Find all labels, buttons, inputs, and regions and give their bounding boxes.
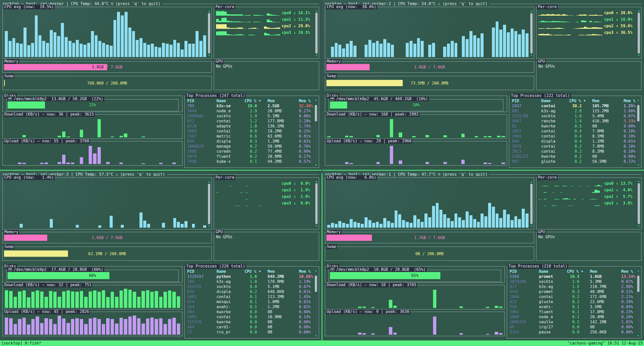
process-row[interactable]: 5441promet0.340.9MB0.52% <box>510 289 635 294</box>
process-row[interactable]: 849displa0.31.2MB0.02% <box>187 139 313 144</box>
process-row[interactable]: 795k3s-se19.02.5GB32.48% <box>187 103 313 109</box>
process-row[interactable]: 5380promet10.31.0GB13.14% <box>510 274 635 279</box>
process-row[interactable]: 393kworke0.00B0.00% <box>187 309 313 314</box>
per-core-scrollbar[interactable]: ▲ ▼ <box>637 9 641 57</box>
scroll-down-icon[interactable]: ▼ <box>637 334 639 337</box>
pane-divider-vertical[interactable] <box>322 0 323 173</box>
process-row[interactable]: 844displa0.41.1MB0.01% <box>512 139 635 144</box>
process-row[interactable]: 17rcu_pr0.00B0.00% <box>187 330 313 335</box>
process-row[interactable]: 5067ranche1.4416.3MB5.33% <box>512 119 635 124</box>
scroll-up-icon[interactable]: ▲ <box>531 10 532 13</box>
scroll-track[interactable] <box>315 183 318 224</box>
per-core-scrollbar[interactable]: ▲ ▼ <box>637 180 641 228</box>
scroll-down-icon[interactable]: ▼ <box>531 54 532 57</box>
process-row[interactable]: 1998005sockto1.95.1MB0.06% <box>187 114 313 119</box>
scroll-down-icon[interactable]: ▼ <box>315 334 317 337</box>
cpu-scrollbar[interactable]: ▲ ▼ <box>530 10 533 57</box>
process-row[interactable]: 2991contai0.010.9MB0.14% <box>187 314 313 320</box>
process-row[interactable]: 1884629manage0.259.6MB0.76% <box>187 144 313 149</box>
process-row[interactable]: 2923contai0.28.2MB0.10% <box>512 149 635 154</box>
process-scrollbar[interactable]: ▲ ▼ <box>636 98 640 167</box>
cpu-scrollbar[interactable]: ▲ ▼ <box>530 180 533 228</box>
scroll-thumb[interactable] <box>315 105 317 121</box>
process-row[interactable]: 3963fluent0.117.8MB0.23% <box>510 309 635 314</box>
scroll-thumb[interactable] <box>530 184 533 224</box>
scroll-up-icon[interactable]: ▲ <box>316 180 317 183</box>
scroll-track[interactable] <box>315 102 317 163</box>
scroll-up-icon[interactable]: ▲ <box>315 269 317 272</box>
process-row[interactable]: 3385223kworke0.20B0.00% <box>512 154 635 159</box>
scroll-up-icon[interactable]: ▲ <box>637 269 639 272</box>
scroll-thumb[interactable] <box>315 183 318 224</box>
process-row[interactable]: 544avahi-0.11.2MB0.02% <box>187 304 313 309</box>
scroll-down-icon[interactable]: ▼ <box>316 225 317 228</box>
process-scrollbar[interactable]: ▲ ▼ <box>314 98 318 167</box>
scroll-track[interactable] <box>637 273 639 334</box>
scroll-down-icon[interactable]: ▼ <box>208 54 210 57</box>
scroll-up-icon[interactable]: ▲ <box>315 98 317 101</box>
scroll-thumb[interactable] <box>315 13 318 54</box>
process-row[interactable]: 516avahi-0.13.5MB0.04% <box>510 304 635 309</box>
process-row[interactable]: 674mosqui0.11.0MB0.01% <box>187 299 313 304</box>
scroll-down-icon[interactable]: ▼ <box>316 54 317 57</box>
scroll-thumb[interactable] <box>208 184 210 224</box>
process-row[interactable]: 2806coredn0.277.4MB0.99% <box>187 149 313 154</box>
scroll-up-icon[interactable]: ▲ <box>638 180 639 183</box>
scroll-thumb[interactable] <box>208 13 210 54</box>
scroll-up-icon[interactable]: ▲ <box>531 180 532 183</box>
process-row[interactable]: 5905contai0.819.2MB0.25% <box>187 129 313 134</box>
process-row[interactable]: 972contai1.2177.8MB2.28% <box>187 119 313 124</box>
scroll-up-icon[interactable]: ▲ <box>637 98 639 101</box>
process-row[interactable]: 796k3s-ag1.0170.9MB2.19% <box>187 279 313 284</box>
process-row[interactable]: 3415788sockto1.65.4MB0.07% <box>512 114 635 119</box>
process-row[interactable]: 2879contai0.27.8MB0.10% <box>512 144 635 149</box>
scroll-track[interactable] <box>530 13 533 54</box>
process-row[interactable]: 69irq/270.00B0.00% <box>510 325 635 330</box>
process-row[interactable]: 3880node_e0.120.4MB0.26% <box>510 314 635 320</box>
scroll-track[interactable] <box>638 183 640 224</box>
process-row[interactable]: 5879fluent0.220.8MB0.27% <box>187 154 313 159</box>
scroll-up-icon[interactable]: ▲ <box>208 10 210 13</box>
process-row[interactable]: 3029280sockto1.65.3MB0.07% <box>510 279 635 284</box>
process-row[interactable]: 1520267python1.6848.2MB10.86% <box>187 274 313 279</box>
scroll-up-icon[interactable]: ▲ <box>208 180 210 183</box>
cpu-scrollbar[interactable]: ▲ ▼ <box>207 180 211 228</box>
scroll-track[interactable] <box>208 184 210 224</box>
process-row[interactable]: 1896155vaultw0.1142.1MB1.82% <box>510 320 635 325</box>
scroll-up-icon[interactable]: ▲ <box>638 9 639 12</box>
process-row[interactable]: 822gluste0.222.6MB0.29% <box>510 299 635 304</box>
process-row[interactable]: 1001contai0.1113.2MB1.45% <box>187 294 313 299</box>
process-row[interactable]: 1046contai0.2172.6MB2.21% <box>510 294 635 299</box>
scroll-track[interactable] <box>315 13 318 54</box>
process-scrollbar[interactable]: ▲ ▼ <box>314 269 318 337</box>
scroll-track[interactable] <box>638 13 640 54</box>
process-row[interactable]: 3444node_e2.920.8MB0.27% <box>187 109 313 114</box>
scroll-down-icon[interactable]: ▼ <box>208 225 210 228</box>
scroll-thumb[interactable] <box>637 105 639 121</box>
process-row[interactable]: 82kworke0.50B0.00% <box>512 124 635 129</box>
scroll-down-icon[interactable]: ▼ <box>531 225 532 228</box>
process-row[interactable]: 817k3s-ag1.5218.7MB2.80% <box>510 284 635 289</box>
scroll-track[interactable] <box>530 184 533 224</box>
per-core-scrollbar[interactable]: ▲ ▼ <box>315 9 318 57</box>
per-core-scrollbar[interactable]: ▲ ▼ <box>315 180 318 228</box>
status-session-window[interactable]: [socktop] 0:fish* <box>0 341 41 345</box>
process-row[interactable]: 314735sockto0.85.1MB0.07% <box>187 284 313 289</box>
scroll-thumb[interactable] <box>637 276 639 292</box>
process-row[interactable]: 2840contai0.48.1MB0.10% <box>512 134 635 139</box>
process-row[interactable]: 836displa0.2640.0KB0.01% <box>187 289 313 294</box>
process-row[interactable]: 3313pause0.0256.0KB0.00% <box>510 330 635 335</box>
process-row[interactable]: 6220adapte1.0136.1MB1.74% <box>187 124 313 129</box>
scroll-down-icon[interactable]: ▼ <box>638 225 639 228</box>
process-row[interactable]: 449card1-0.00B0.00% <box>187 325 313 330</box>
scroll-thumb[interactable] <box>315 276 317 292</box>
scroll-up-icon[interactable]: ▲ <box>316 9 317 12</box>
process-row[interactable]: 807gluste0.256.5MB0.72% <box>512 159 635 164</box>
process-row[interactable]: 7458kube-s0.144.2MB0.57% <box>187 159 313 164</box>
scroll-thumb[interactable] <box>530 13 533 54</box>
process-row[interactable]: 315379kworke0.00B0.00% <box>187 320 313 325</box>
scroll-thumb[interactable] <box>638 183 640 224</box>
scroll-down-icon[interactable]: ▼ <box>637 164 639 167</box>
process-row[interactable]: 801k3s-ag2.0125.2MB1.60% <box>512 109 635 114</box>
scroll-thumb[interactable] <box>638 13 640 54</box>
